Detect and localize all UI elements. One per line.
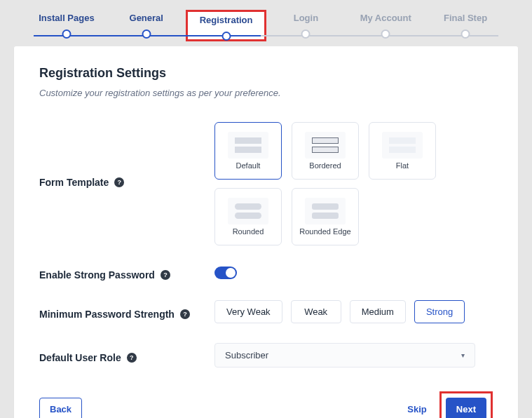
- default-role-label: Default User Role ?: [39, 348, 214, 363]
- step-install-pages[interactable]: Install Pages: [27, 13, 107, 39]
- template-preview-default: [228, 132, 268, 159]
- default-role-label-text: Default User Role: [39, 352, 121, 363]
- template-rounded[interactable]: Rounded: [214, 188, 282, 245]
- template-preview-rounded: [228, 198, 268, 224]
- template-default[interactable]: Default: [214, 122, 282, 180]
- form-template-label: Form Template ?: [39, 122, 214, 188]
- panel-footer: Back Skip Next: [39, 391, 493, 418]
- form-template-row: Form Template ? Default Bordered: [39, 112, 493, 255]
- template-label: Rounded: [233, 227, 264, 236]
- strength-options: Very Weak Weak Medium Strong: [214, 300, 465, 323]
- default-role-value: Subscriber: [225, 350, 268, 360]
- help-icon[interactable]: ?: [180, 309, 190, 319]
- help-icon[interactable]: ?: [127, 353, 137, 363]
- default-role-row: Default User Role ? Subscriber ▾: [39, 333, 493, 377]
- next-highlight: Next: [439, 391, 493, 418]
- strong-password-label-text: Enable Strong Password: [39, 269, 155, 281]
- template-label: Rounded Edge: [299, 227, 350, 236]
- default-role-select[interactable]: Subscriber ▾: [214, 343, 475, 368]
- password-strength-row: Minimum Password Strength ? Very Weak We…: [39, 290, 493, 333]
- template-label: Default: [236, 161, 261, 170]
- next-button[interactable]: Next: [446, 398, 486, 418]
- help-icon[interactable]: ?: [161, 270, 170, 280]
- step-my-account[interactable]: My Account: [346, 13, 425, 39]
- password-strength-label-text: Minimum Password Strength: [39, 309, 175, 320]
- page-subtitle: Customize your registration settings as …: [39, 88, 493, 98]
- template-preview-bordered: [305, 132, 346, 159]
- strength-weak[interactable]: Weak: [291, 300, 341, 323]
- strength-very-weak[interactable]: Very Weak: [214, 300, 282, 323]
- page-title: Registration Settings: [39, 66, 493, 81]
- template-bordered[interactable]: Bordered: [292, 122, 359, 180]
- settings-panel: Registration Settings Customize your reg…: [14, 46, 518, 418]
- help-icon[interactable]: ?: [114, 177, 124, 187]
- chevron-down-icon: ▾: [461, 351, 465, 359]
- password-strength-label: Minimum Password Strength ?: [39, 304, 214, 320]
- step-final-step[interactable]: Final Step: [425, 13, 505, 39]
- strong-password-row: Enable Strong Password ?: [39, 255, 493, 290]
- strong-password-toggle[interactable]: [214, 267, 237, 279]
- template-label: Bordered: [309, 161, 341, 170]
- template-label: Flat: [396, 161, 409, 170]
- setup-stepper: Install Pages General Registration Login…: [14, 11, 518, 39]
- template-flat[interactable]: Flat: [369, 122, 436, 180]
- step-login[interactable]: Login: [266, 13, 346, 39]
- strength-strong[interactable]: Strong: [414, 300, 465, 323]
- template-grid: Default Bordered Flat: [214, 122, 436, 245]
- form-template-label-text: Form Template: [39, 177, 109, 188]
- template-preview-flat: [382, 132, 423, 159]
- step-general[interactable]: General: [107, 13, 186, 39]
- template-preview-rounded-edge: [305, 198, 346, 224]
- skip-link[interactable]: Skip: [407, 404, 426, 414]
- footer-right: Skip Next: [407, 391, 493, 418]
- strong-password-label: Enable Strong Password ?: [39, 265, 214, 281]
- back-button[interactable]: Back: [39, 398, 82, 418]
- strength-medium[interactable]: Medium: [350, 300, 406, 323]
- template-rounded-edge[interactable]: Rounded Edge: [292, 188, 359, 245]
